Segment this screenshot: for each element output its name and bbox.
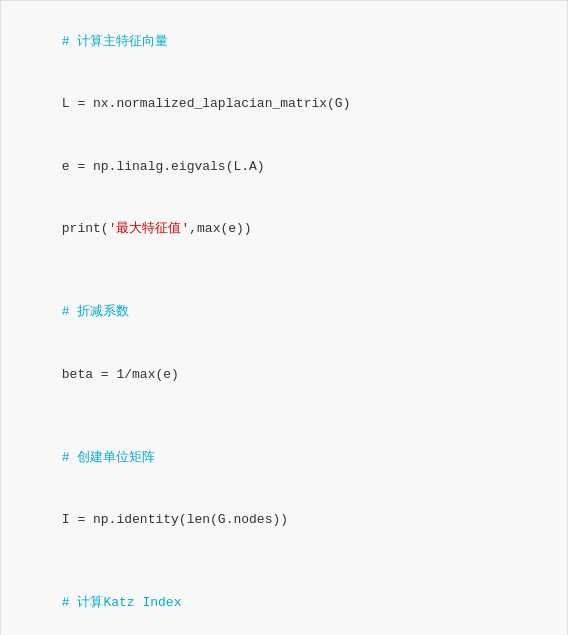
code-line-5: I = np.identity(len(G.nodes)) <box>15 489 553 551</box>
comment-line-4: # 计算Katz Index <box>15 573 553 635</box>
comment-line-3: # 创建单位矩阵 <box>15 427 553 489</box>
code-line-3: print('最大特征值',max(e)) <box>15 198 553 260</box>
comment-line-2: # 折减系数 <box>15 281 553 343</box>
blank-line-3 <box>15 552 553 573</box>
line3-string: '最大特征值' <box>109 221 190 236</box>
code-line-1: L = nx.normalized_laplacian_matrix(G) <box>15 73 553 135</box>
blank-line-1 <box>15 261 553 282</box>
code-block: # 计算主特征向量 L = nx.normalized_laplacian_ma… <box>0 0 568 635</box>
line4-text: beta = 1/max(e) <box>62 367 179 382</box>
blank-line-2 <box>15 406 553 427</box>
index-label-text: Index <box>142 595 181 610</box>
line3-end: ,max(e)) <box>189 221 251 236</box>
line5-text: I = np.identity(len(G.nodes)) <box>62 512 288 527</box>
line1-text: L = nx.normalized_laplacian_matrix(G) <box>62 96 351 111</box>
comment4-text: # 计算Katz <box>62 595 143 610</box>
line2-text: e = np.linalg.eigvals(L.A) <box>62 159 265 174</box>
line3-print: print( <box>62 221 109 236</box>
comment3-text: # 创建单位矩阵 <box>62 450 156 465</box>
code-line-4: beta = 1/max(e) <box>15 344 553 406</box>
page-container: # 计算主特征向量 L = nx.normalized_laplacian_ma… <box>0 0 568 635</box>
comment2-text: # 折减系数 <box>62 304 130 319</box>
comment-line-1: # 计算主特征向量 <box>15 11 553 73</box>
code-line-2: e = np.linalg.eigvals(L.A) <box>15 136 553 198</box>
comment1-text: # 计算主特征向量 <box>62 34 169 49</box>
